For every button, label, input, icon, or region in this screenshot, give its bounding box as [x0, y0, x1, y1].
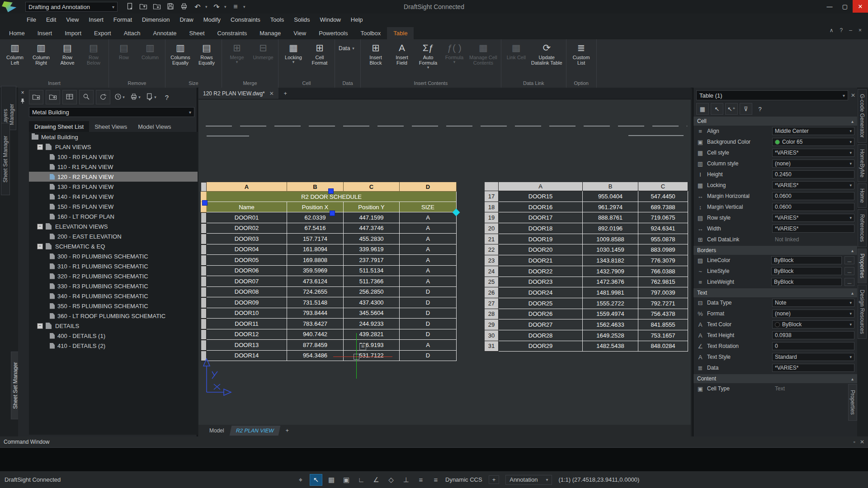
ribbon-tab-home[interactable]: Home	[3, 27, 31, 39]
publish-button[interactable]: ▾	[144, 90, 158, 104]
ribbon-button-row[interactable]: ▤Row	[111, 40, 137, 79]
row-number[interactable]: 17	[485, 191, 499, 202]
row-number[interactable]: 30	[485, 330, 499, 341]
table-cell[interactable]: A	[400, 212, 457, 223]
quick-select-icon[interactable]: ↖⁺	[725, 103, 738, 115]
tree-item-400-details-1[interactable]: 400 - DETAILS (1)	[29, 331, 198, 341]
print-button[interactable]: ▾	[128, 90, 142, 104]
tree-item-100-r0-plan-view[interactable]: 100 - R0 PLAN VIEW	[29, 152, 198, 162]
row-handle[interactable]	[201, 297, 207, 308]
tree-item-330-r3-plumbing-schematic[interactable]: 330 - R3 PLUMBING SCHEMATIC	[29, 281, 198, 291]
table-cell[interactable]: 961.2974	[583, 202, 638, 213]
ribbon-tab-table[interactable]: Table	[387, 27, 414, 39]
ribbon-button-link-cell[interactable]: ▦Link Cell	[503, 40, 529, 79]
grid-icon[interactable]: ▦	[326, 474, 337, 485]
property-value-dropdown[interactable]: Note▾	[772, 299, 854, 307]
table-cell[interactable]: D	[400, 351, 457, 361]
header-cell[interactable]: Position Y	[344, 202, 400, 212]
chevron-down-icon[interactable]: ▾	[243, 5, 247, 9]
new-sheet-set-button[interactable]	[29, 90, 43, 104]
row-handle[interactable]	[201, 255, 207, 266]
snap-icon[interactable]: ▣	[340, 474, 352, 485]
grip-handle[interactable]	[328, 188, 334, 194]
ribbon-tab-manage[interactable]: Manage	[253, 27, 287, 39]
tree-group-plan-views[interactable]: −PLAN VIEWS	[29, 142, 198, 152]
command-input-area[interactable]	[0, 447, 868, 471]
collapse-icon[interactable]: −	[37, 144, 43, 150]
ribbon-tab-view[interactable]: View	[287, 27, 312, 39]
pin-panel-icon[interactable]	[19, 98, 26, 105]
table-cell[interactable]: A	[400, 340, 457, 351]
ribbon-tab-insert[interactable]: Insert	[31, 27, 59, 39]
row-number[interactable]: 19	[485, 212, 499, 223]
table-cell[interactable]: 762.9815	[638, 277, 688, 288]
column-letter[interactable]: B	[287, 182, 344, 192]
tree-group-details[interactable]: −DETAILS	[29, 321, 198, 331]
dock-tab-sheet-set-manager[interactable]: Sheet Set Manager	[1, 123, 10, 195]
tree-item-410-details-2[interactable]: 410 - DETAILS (2)	[29, 341, 198, 351]
section-header-cell[interactable]: Cell▴	[693, 117, 857, 126]
ribbon-button-column[interactable]: ▥Column	[137, 40, 163, 79]
table-cell[interactable]: DOOR16	[499, 202, 583, 213]
ortho-icon[interactable]: ∟	[355, 474, 367, 485]
ribbon-tab-constraints[interactable]: Constraints	[211, 27, 254, 39]
row-number[interactable]: 29	[485, 319, 499, 330]
table-cell[interactable]: 1559.4974	[583, 309, 638, 320]
sheet-panel-tab-drawing-sheet-list[interactable]: Drawing Sheet List	[29, 121, 89, 132]
snap-settings-icon[interactable]: ⌖	[295, 474, 307, 485]
ribbon-tab-import[interactable]: Import	[58, 27, 88, 39]
table-cell[interactable]: 447.1599	[344, 212, 400, 223]
ribbon-button-update-datalink-table[interactable]: ⟳Update Datalink Table	[529, 40, 564, 79]
table-cell[interactable]: DOOR25	[499, 298, 583, 309]
table-cell[interactable]: A	[400, 223, 457, 234]
menu-dimension[interactable]: Dimension	[137, 14, 175, 26]
section-header-borders[interactable]: Borders▴	[693, 246, 857, 255]
ribbon-button-insert-field[interactable]: AInsert Field	[389, 40, 415, 79]
close-icon[interactable]: ×	[859, 27, 862, 33]
table-cell[interactable]: DOOR18	[499, 223, 583, 234]
menu-constraints[interactable]: Constraints	[226, 14, 265, 26]
row-handle[interactable]	[201, 340, 207, 351]
annotation-scale-selector[interactable]: Annotation ▾	[505, 475, 552, 485]
dock-tab-g-code-generator[interactable]: G-code Generator	[858, 89, 867, 143]
menu-format[interactable]: Format	[108, 14, 137, 26]
table-cell[interactable]: 1481.9981	[583, 287, 638, 298]
dock-tab-references[interactable]: References	[858, 209, 867, 247]
document-tab[interactable]: 120 R2 PLAN VIEW.dwg* ✕	[198, 88, 278, 99]
table-cell[interactable]: 955.0878	[638, 234, 688, 245]
table-cell[interactable]: 954.3486	[287, 351, 344, 361]
ribbon-button-locking[interactable]: ▦Locking▾	[280, 40, 307, 79]
table-cell[interactable]: 792.7271	[638, 298, 688, 309]
ribbon-tab-annotate[interactable]: Annotate	[146, 27, 183, 39]
column-letter[interactable]: D	[400, 182, 457, 192]
tree-item-360-lt-roof-plumbing-schematic[interactable]: 360 - LT ROOF PLUMBING SCHEMATIC	[29, 311, 198, 321]
row-number[interactable]: 28	[485, 309, 499, 320]
table-cell[interactable]: DOOR21	[499, 255, 583, 266]
table-cell[interactable]: 1555.2722	[583, 298, 638, 309]
row-number[interactable]: 23	[485, 255, 499, 266]
menu-modify[interactable]: Modify	[198, 14, 226, 26]
ribbon-button-custom-list[interactable]: ≣Custom List	[568, 40, 594, 79]
ribbon-tab-toolbox[interactable]: Toolbox	[354, 27, 387, 39]
property-value-field[interactable]: ByBlock	[771, 256, 842, 264]
table-cell[interactable]: 439.2821	[344, 329, 400, 340]
menu-edit[interactable]: Edit	[41, 14, 61, 26]
ribbon-button-merge[interactable]: ⊞Merge▾	[224, 40, 250, 79]
table-cell[interactable]: 437.4300	[344, 297, 400, 308]
select-table-icon[interactable]: ▦	[696, 103, 709, 115]
ellipsis-button[interactable]: ...	[844, 278, 854, 286]
property-value-field[interactable]: ByBlock	[771, 278, 842, 286]
table-cell[interactable]: DOOR19	[499, 234, 583, 245]
ribbon-button-row-above[interactable]: ▤Row Above	[54, 40, 80, 79]
customize-qat-button[interactable]: ≡	[230, 1, 241, 12]
table-cell[interactable]: A	[400, 276, 457, 287]
table-cell[interactable]: 841.8555	[638, 319, 688, 330]
table-cell[interactable]: DOOR02	[207, 223, 287, 234]
column-letter[interactable]: C	[344, 182, 400, 192]
ellipsis-button[interactable]: ...	[844, 256, 854, 264]
property-value-dropdown[interactable]: ByBlock▾	[772, 320, 854, 328]
undo-button[interactable]: ↶	[192, 1, 203, 12]
table-cell[interactable]: DOOR07	[207, 276, 287, 287]
row-number[interactable]: 27	[485, 298, 499, 309]
workspace-selector[interactable]: Drafting and Annotation ▾	[25, 2, 118, 12]
